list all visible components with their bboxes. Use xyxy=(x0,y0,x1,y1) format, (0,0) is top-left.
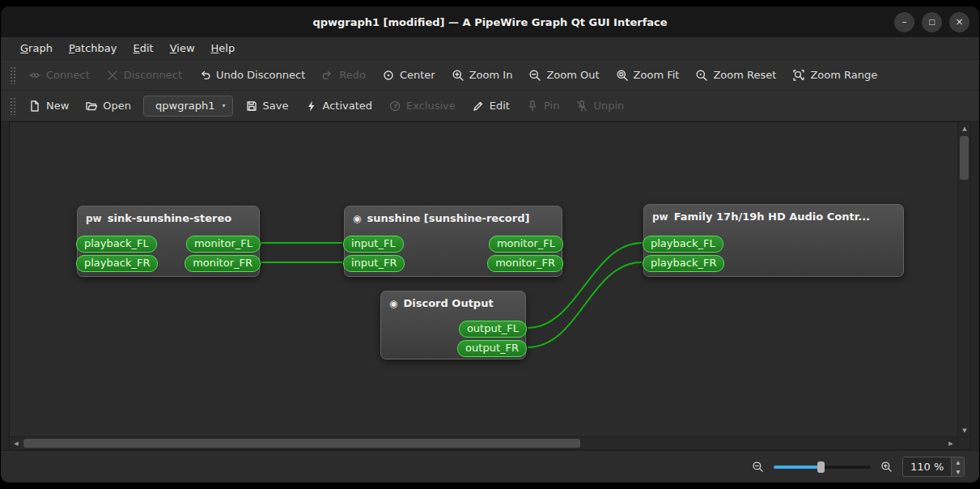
activated-toggle[interactable]: Activated xyxy=(298,94,380,118)
vertical-scrollbar[interactable]: ▲ ▼ xyxy=(957,122,970,436)
pin-button[interactable]: Pin xyxy=(519,94,566,118)
open-folder-icon xyxy=(85,100,98,113)
close-button[interactable]: × xyxy=(949,12,969,32)
port-out[interactable]: monitor_FL xyxy=(186,236,261,253)
port-in[interactable]: input_FR xyxy=(343,255,405,272)
zoom-out-icon xyxy=(528,69,541,82)
port-in[interactable]: input_FL xyxy=(343,236,404,253)
horizontal-scrollbar[interactable]: ◀ ▶ xyxy=(10,436,957,449)
vertical-scroll-thumb[interactable] xyxy=(960,136,969,180)
open-button[interactable]: Open xyxy=(78,94,138,118)
zoom-slider-fill xyxy=(774,466,821,469)
disconnect-button[interactable]: Disconnect xyxy=(99,63,189,87)
zoom-fit-icon xyxy=(616,69,629,82)
graph-canvas[interactable]: pw sink-sunshine-stereo playback_FL play… xyxy=(10,122,957,436)
horizontal-scroll-thumb[interactable] xyxy=(23,439,580,448)
spin-up-icon[interactable]: ▲ xyxy=(952,457,964,467)
center-icon xyxy=(382,69,395,82)
menu-help[interactable]: Help xyxy=(203,37,244,59)
pipewire-icon: pw xyxy=(86,213,102,224)
scroll-right-icon[interactable]: ▶ xyxy=(944,437,957,449)
zoom-range-button[interactable]: Zoom Range xyxy=(785,63,885,87)
zoom-in-button[interactable]: Zoom In xyxy=(444,63,520,87)
titlebar[interactable]: qpwgraph1 [modified] — A PipeWire Graph … xyxy=(1,6,979,37)
scroll-down-icon[interactable]: ▼ xyxy=(958,424,971,436)
redo-icon xyxy=(321,69,334,82)
redo-button[interactable]: Redo xyxy=(314,63,373,87)
port-in[interactable]: playback_FR xyxy=(643,255,724,272)
pencil-icon xyxy=(472,100,485,113)
zoom-slider-handle[interactable] xyxy=(817,461,825,473)
connect-icon xyxy=(28,69,41,82)
application-icon: ◉ xyxy=(389,298,397,309)
undo-button[interactable]: Undo Disconnect xyxy=(191,63,312,87)
pin-icon xyxy=(526,100,539,113)
pipewire-icon: pw xyxy=(652,211,668,223)
maximize-button[interactable]: □ xyxy=(922,12,942,32)
menu-graph[interactable]: Graph xyxy=(12,37,61,59)
save-button[interactable]: Save xyxy=(238,94,296,118)
toolbar-grip-icon[interactable] xyxy=(10,66,15,84)
connect-button[interactable]: Connect xyxy=(21,63,97,87)
chevron-down-icon: ▾ xyxy=(223,102,226,109)
session-select[interactable]: qpwgraph1 ▾ xyxy=(143,96,232,117)
port-out[interactable]: monitor_FR xyxy=(487,255,563,272)
exclusive-icon: f xyxy=(388,100,401,113)
menu-edit[interactable]: Edit xyxy=(125,37,162,59)
edit-button[interactable]: Edit xyxy=(465,94,517,118)
node-title: Discord Output xyxy=(403,297,493,309)
port-in[interactable]: playback_FR xyxy=(76,255,158,272)
unpin-icon xyxy=(575,100,588,113)
spin-down-icon[interactable]: ▼ xyxy=(952,467,964,477)
zoom-slider[interactable] xyxy=(774,466,871,469)
node-sunshine[interactable]: ◉ sunshine [sunshine-record] input_FL in… xyxy=(344,206,562,277)
new-file-icon xyxy=(28,100,41,113)
zoom-in-icon xyxy=(452,69,465,82)
zoom-reset-icon xyxy=(695,69,708,82)
minimize-icon: – xyxy=(902,17,907,27)
node-title: Family 17h/19h HD Audio Contr... xyxy=(674,210,870,223)
undo-icon xyxy=(198,69,211,82)
node-sink-sunshine-stereo[interactable]: pw sink-sunshine-stereo playback_FL play… xyxy=(77,206,260,277)
graph-toolbar: Connect Disconnect Undo Disconnect Redo … xyxy=(1,60,979,91)
zoom-out-icon[interactable] xyxy=(752,461,764,473)
window-title: qpwgraph1 [modified] — A PipeWire Graph … xyxy=(1,16,979,28)
port-out[interactable]: output_FR xyxy=(457,340,527,357)
statusbar: 110 % ▲ ▼ xyxy=(1,450,979,483)
scroll-up-icon[interactable]: ▲ xyxy=(958,122,971,134)
new-button[interactable]: New xyxy=(21,94,76,118)
menu-patchbay[interactable]: Patchbay xyxy=(61,37,125,59)
minimize-button[interactable]: – xyxy=(894,12,914,32)
scroll-left-icon[interactable]: ◀ xyxy=(10,437,23,449)
zoom-out-button[interactable]: Zoom Out xyxy=(521,63,606,87)
toolbar-grip-icon[interactable] xyxy=(10,97,15,115)
port-out[interactable]: monitor_FL xyxy=(489,236,563,253)
patchbay-toolbar: New Open qpwgraph1 ▾ Save Activated f Ex… xyxy=(1,91,979,121)
menubar: Graph Patchbay Edit View Help xyxy=(1,37,979,60)
zoom-fit-button[interactable]: Zoom Fit xyxy=(609,63,687,87)
connections-layer xyxy=(10,122,957,436)
zoom-value: 110 % xyxy=(903,457,951,476)
session-name: qpwgraph1 xyxy=(155,100,214,112)
port-in[interactable]: playback_FL xyxy=(643,236,723,253)
port-out[interactable]: output_FL xyxy=(459,321,527,338)
application-icon: ◉ xyxy=(353,213,361,224)
zoom-reset-button[interactable]: Zoom Reset xyxy=(688,63,783,87)
unpin-button[interactable]: Unpin xyxy=(568,94,631,118)
zoom-spinbox[interactable]: 110 % ▲ ▼ xyxy=(902,457,965,477)
save-icon xyxy=(245,100,258,113)
disconnect-icon xyxy=(106,69,119,82)
exclusive-toggle[interactable]: f Exclusive xyxy=(381,94,463,118)
node-family-hd-audio[interactable]: pw Family 17h/19h HD Audio Contr... play… xyxy=(643,204,904,277)
menu-view[interactable]: View xyxy=(162,37,203,59)
canvas-frame: pw sink-sunshine-stereo playback_FL play… xyxy=(9,121,971,450)
port-out[interactable]: monitor_FR xyxy=(185,255,261,272)
center-button[interactable]: Center xyxy=(375,63,443,87)
zoom-range-icon xyxy=(792,69,805,82)
window-controls: – □ × xyxy=(894,12,979,32)
node-title: sunshine [sunshine-record] xyxy=(367,212,529,224)
close-icon: × xyxy=(955,17,963,27)
port-in[interactable]: playback_FL xyxy=(76,236,157,253)
node-discord-output[interactable]: ◉ Discord Output output_FL output_FR xyxy=(380,291,526,359)
zoom-in-icon[interactable] xyxy=(880,461,893,473)
